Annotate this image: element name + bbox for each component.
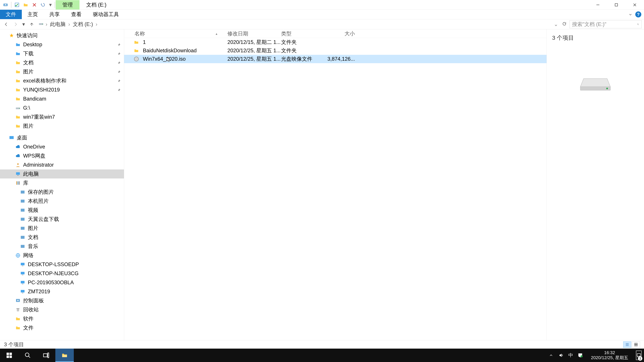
nav-tail-item[interactable]: 文件 (0, 323, 124, 332)
nav-tail-item[interactable]: 控制面板 (0, 296, 124, 305)
nav-desktop-item[interactable]: 此电脑 (0, 169, 124, 178)
nav-desktop-item[interactable]: Administrator (0, 160, 124, 169)
nav-library-item[interactable]: 保存的图片 (0, 188, 124, 197)
column-name-header[interactable]: 名称 ▴ (134, 30, 228, 37)
ribbon-tab-file[interactable]: 文件 (0, 10, 22, 19)
help-button-icon[interactable]: ? (635, 11, 641, 17)
close-button[interactable] (626, 0, 644, 10)
folder-icon (15, 114, 21, 120)
nav-library-item[interactable]: 视频 (0, 206, 124, 215)
nav-quick-access[interactable]: 快速访问 (0, 31, 124, 40)
qat-ribbon-dropdown[interactable] (2, 1, 10, 9)
nav-label: 图片 (23, 122, 34, 130)
nav-desktop-item[interactable]: OneDrive (0, 142, 124, 151)
search-box[interactable] (570, 20, 642, 28)
nav-quick-item[interactable]: win7重装win7 (0, 112, 124, 121)
column-type-header[interactable]: 类型 (281, 30, 325, 37)
nav-desktop-item[interactable]: 库 (0, 178, 124, 188)
qat-delete-icon[interactable] (30, 1, 38, 9)
maximize-button[interactable] (607, 0, 626, 10)
nav-up-button[interactable] (28, 20, 36, 28)
breadcrumb-current[interactable]: 文档 (E:) (72, 21, 94, 28)
ribbon-tab-drive-tools[interactable]: 驱动器工具 (87, 10, 124, 19)
taskbar-clock[interactable]: 16:32 2020/12/25, 星期五 (588, 350, 632, 360)
nav-recent-dropdown[interactable]: ▾ (21, 20, 26, 28)
qat-dropdown-chevron[interactable]: ▾ (48, 1, 53, 9)
svg-rect-44 (6, 356, 9, 358)
security-icon[interactable] (578, 353, 583, 358)
breadcrumb-this-pc[interactable]: 此电脑 (49, 21, 66, 28)
nav-forward-button[interactable] (12, 20, 20, 28)
svg-rect-28 (22, 284, 23, 284)
address-history-dropdown-icon[interactable]: ⌄ (552, 21, 560, 27)
nav-network[interactable]: 网络 (0, 251, 124, 260)
action-center-icon[interactable]: 3 (636, 353, 642, 358)
ime-indicator[interactable]: 中 (568, 353, 573, 358)
tray-overflow-chevron-icon[interactable] (548, 353, 554, 358)
svg-point-32 (17, 300, 18, 301)
nav-tail-item[interactable]: 回收站 (0, 305, 124, 314)
nav-desktop-root[interactable]: 桌面 (0, 133, 124, 142)
taskbar-explorer-icon[interactable] (55, 349, 74, 362)
file-row[interactable]: 12020/12/15, 星期二 1...文件夹 (124, 38, 546, 46)
breadcrumb[interactable]: › 此电脑 › 文档 (E:) › ⌄ (37, 21, 568, 28)
nav-library-item[interactable]: 图片 (0, 224, 124, 233)
ribbon-tab-share[interactable]: 共享 (44, 10, 66, 19)
nav-network-item[interactable]: ZMT2019 (0, 287, 124, 296)
nav-library-item[interactable]: 天翼云盘下载 (0, 215, 124, 224)
nav-tail-item[interactable]: 软件 (0, 314, 124, 323)
breadcrumb-caret-icon[interactable]: › (44, 21, 48, 27)
nav-quick-item[interactable]: 图片 (0, 67, 124, 76)
nav-desktop-item[interactable]: WPS网盘 (0, 151, 124, 160)
nav-quick-item[interactable]: YUNQISHI2019 (0, 85, 124, 94)
nav-quick-item[interactable]: 下载 (0, 49, 124, 58)
file-row[interactable]: Win7x64_2020.iso2020/12/25, 星期五 1...光盘映像… (124, 55, 546, 63)
library-item-icon (20, 198, 26, 204)
taskbar-search-icon[interactable] (18, 349, 37, 362)
breadcrumb-caret-icon[interactable]: › (67, 21, 71, 27)
svg-rect-47 (44, 354, 47, 357)
nav-label: Desktop (23, 41, 42, 48)
nav-network-item[interactable]: PC-20190530OBLA (0, 278, 124, 287)
column-name-label: 名称 (134, 30, 145, 37)
breadcrumb-caret-icon[interactable]: › (94, 21, 98, 27)
ribbon-tab-home[interactable]: 主页 (22, 10, 44, 19)
refresh-icon[interactable] (561, 21, 568, 27)
star-icon (9, 33, 14, 38)
task-view-icon[interactable] (37, 349, 55, 362)
folder-icon (15, 123, 21, 129)
qat-new-folder[interactable] (22, 1, 30, 9)
volume-icon[interactable] (558, 353, 564, 358)
svg-point-50 (580, 355, 583, 358)
search-icon[interactable] (637, 22, 639, 27)
nav-library-item[interactable]: 文档 (0, 233, 124, 242)
nav-quick-item[interactable]: excel表格制作求和 (0, 76, 124, 85)
view-details-button[interactable] (623, 341, 631, 348)
nav-library-item[interactable]: 本机照片 (0, 197, 124, 206)
nav-quick-item[interactable]: Bandicam (0, 94, 124, 103)
file-date: 2020/12/25, 星期五 1... (228, 55, 281, 62)
navigation-pane[interactable]: 快速访问 Desktop下载文档图片excel表格制作求和YUNQISHI201… (0, 29, 124, 340)
nav-library-item[interactable]: 音乐 (0, 242, 124, 251)
nav-back-button[interactable] (2, 20, 10, 28)
nav-quick-item[interactable]: G:\ (0, 103, 124, 112)
column-date-header[interactable]: 修改日期 (228, 30, 281, 37)
file-row[interactable]: BaiduNetdiskDownload2020/12/25, 星期五 1...… (124, 46, 546, 55)
view-thumbnails-button[interactable] (632, 341, 640, 348)
svg-rect-23 (21, 263, 25, 265)
start-button[interactable] (0, 349, 18, 362)
nav-network-item[interactable]: DESKTOP-NJEU3CG (0, 269, 124, 278)
taskbar[interactable]: 中 16:32 2020/12/25, 星期五 3 (0, 349, 644, 362)
search-input[interactable] (572, 21, 637, 27)
qat-undo-icon[interactable] (39, 1, 47, 9)
column-size-header[interactable]: 大小 (325, 30, 360, 37)
qat-properties[interactable] (13, 1, 21, 9)
ribbon-expand-chevron-icon[interactable] (628, 11, 633, 17)
nav-quick-item[interactable]: Desktop (0, 40, 124, 49)
minimize-button[interactable] (589, 0, 607, 10)
nav-quick-item[interactable]: 图片 (0, 121, 124, 131)
nav-network-item[interactable]: DESKTOP-LSSOEDP (0, 260, 124, 269)
file-rows[interactable]: 12020/12/15, 星期二 1...文件夹BaiduNetdiskDown… (124, 38, 546, 63)
ribbon-tab-view[interactable]: 查看 (66, 10, 87, 19)
nav-quick-item[interactable]: 文档 (0, 58, 124, 67)
